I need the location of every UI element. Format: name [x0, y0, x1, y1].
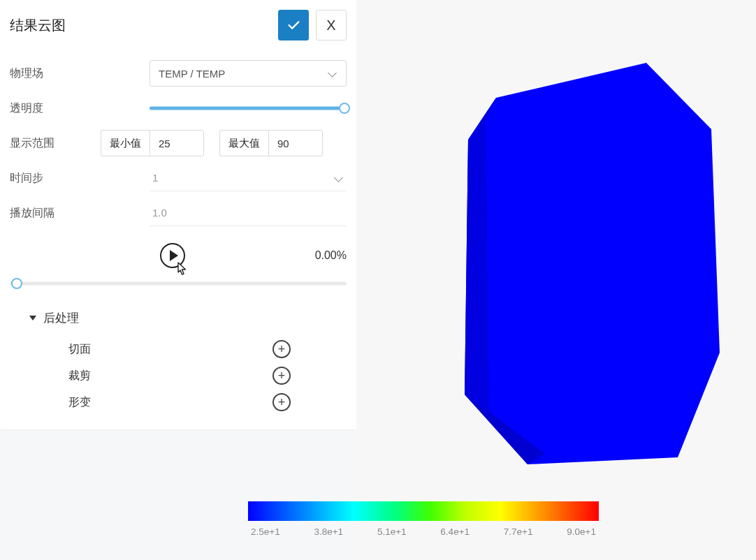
legend-tick: 2.5e+1 [251, 526, 280, 537]
legend-tick: 3.8e+1 [314, 526, 343, 537]
plus-icon: + [278, 396, 286, 408]
color-legend: 2.5e+1 3.8e+1 5.1e+1 6.4e+1 7.7e+1 9.0e+… [248, 501, 599, 537]
opacity-row: 透明度 [10, 95, 347, 121]
progress-slider-thumb[interactable] [11, 278, 22, 289]
postprocess-toggle[interactable]: 后处理 [29, 310, 347, 326]
progress-slider[interactable] [10, 277, 347, 290]
add-section-button[interactable]: + [272, 340, 291, 358]
legend-ticks: 2.5e+1 3.8e+1 5.1e+1 6.4e+1 7.7e+1 9.0e+… [248, 526, 599, 537]
tree-item-label: 形变 [68, 395, 91, 410]
timestep-label: 时间步 [10, 171, 150, 186]
tree-item-clip: 裁剪 + [29, 362, 347, 389]
slider-track [150, 107, 347, 110]
panel-header: 结果云图 X [10, 10, 347, 40]
opacity-slider[interactable] [150, 101, 347, 115]
interval-value: 1.0 [152, 207, 167, 219]
svg-marker-0 [465, 63, 720, 464]
opacity-slider-thumb[interactable] [339, 103, 350, 114]
progress-text: 0.00% [315, 249, 347, 262]
max-label: 最大值 [219, 130, 268, 156]
cancel-button[interactable]: X [316, 10, 347, 40]
play-row: 0.00% [10, 243, 347, 268]
model-mesh [419, 63, 720, 482]
display-range-row: 显示范围 最小值 最大值 [10, 130, 347, 156]
panel-title: 结果云图 [10, 16, 66, 35]
tree-item-label: 裁剪 [68, 369, 91, 383]
tree-item-label: 切面 [68, 342, 91, 357]
plus-icon: + [278, 343, 286, 355]
tree-item-section: 切面 + [29, 336, 347, 362]
interval-field[interactable]: 1.0 [150, 200, 347, 226]
postprocess-tree: 后处理 切面 + 裁剪 + 形变 + [10, 310, 347, 415]
close-icon: X [326, 17, 335, 34]
plus-icon: + [278, 369, 286, 382]
caret-down-icon [29, 316, 36, 320]
model-viewport[interactable] [356, 0, 756, 560]
legend-tick: 6.4e+1 [440, 526, 470, 537]
check-icon [286, 17, 301, 33]
min-input[interactable] [150, 130, 204, 156]
physics-select-value: TEMP / TEMP [159, 68, 225, 80]
play-button[interactable] [160, 243, 185, 268]
interval-label: 播放间隔 [10, 206, 150, 221]
add-deform-button[interactable]: + [272, 393, 291, 411]
physics-select[interactable]: TEMP / TEMP [150, 60, 347, 87]
opacity-label: 透明度 [10, 101, 150, 116]
interval-row: 播放间隔 1.0 [10, 200, 347, 226]
physics-label: 物理场 [10, 66, 150, 81]
settings-panel: 结果云图 X 物理场 TEMP / TEMP 透明度 显示 [0, 0, 356, 429]
legend-tick: 5.1e+1 [377, 526, 407, 537]
legend-tick: 9.0e+1 [567, 526, 596, 537]
progress-track [10, 282, 347, 286]
legend-tick: 7.7e+1 [504, 526, 533, 537]
physics-row: 物理场 TEMP / TEMP [10, 60, 347, 87]
timestep-row: 时间步 1 [10, 165, 347, 191]
timestep-select[interactable]: 1 [150, 165, 347, 191]
min-label: 最小值 [101, 130, 150, 156]
tree-item-deform: 形变 + [29, 389, 347, 415]
legend-gradient [248, 501, 599, 521]
chevron-down-icon [334, 173, 344, 183]
confirm-button[interactable] [278, 10, 309, 40]
add-clip-button[interactable]: + [272, 367, 291, 385]
max-input[interactable] [268, 130, 323, 156]
chevron-down-icon [328, 68, 337, 78]
postprocess-header-label: 后处理 [43, 310, 79, 326]
header-buttons: X [278, 10, 347, 40]
timestep-value: 1 [152, 172, 158, 184]
display-range-label: 显示范围 [10, 136, 101, 151]
